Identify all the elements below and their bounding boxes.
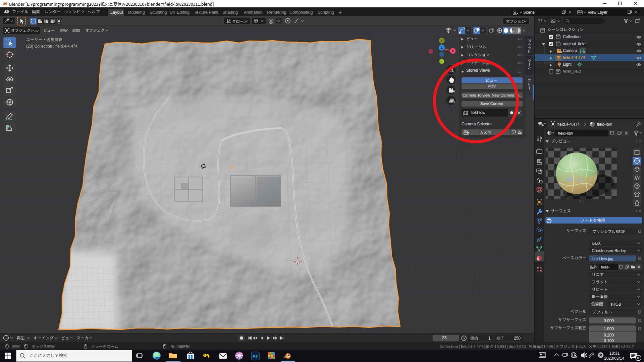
svg-text:Y: Y xyxy=(441,39,443,42)
svg-text:Scene: Scene xyxy=(523,10,535,15)
svg-text:Z: Z xyxy=(441,46,443,49)
svg-text:field-low: field-low xyxy=(597,122,612,127)
svg-text:X: X xyxy=(452,49,454,53)
svg-text:10: 10 xyxy=(636,356,640,360)
svg-text:View Layer: View Layer xyxy=(588,10,607,15)
svg-text:field.4-4.474: field.4-4.474 xyxy=(557,122,580,127)
svg-text:field-low: field-low xyxy=(558,131,573,136)
svg-text:field-: field- xyxy=(601,265,609,269)
svg-text:Ps: Ps xyxy=(253,354,258,359)
